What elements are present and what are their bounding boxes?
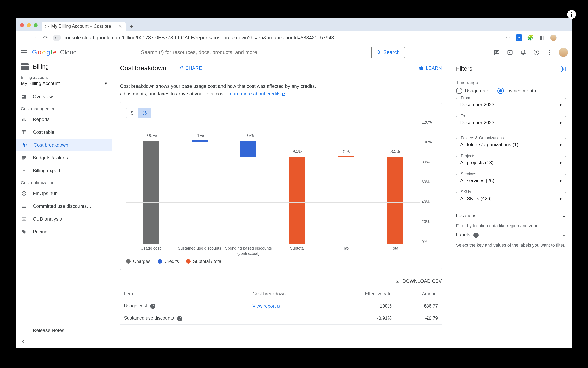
sidebar-item-cost-breakdown[interactable]: Cost breakdown bbox=[16, 138, 112, 151]
bookmark-icon[interactable]: ☆ bbox=[504, 34, 512, 42]
chart-bar[interactable] bbox=[387, 157, 403, 244]
locations-expander[interactable]: Locations ⌄ bbox=[456, 210, 566, 221]
billing-account-selector[interactable]: My Billing Account ▾ bbox=[21, 80, 107, 87]
sidebar-item-overview[interactable]: Overview bbox=[16, 90, 112, 103]
learn-button[interactable]: LEARN bbox=[419, 65, 442, 71]
tag-icon bbox=[21, 229, 27, 235]
profile-icon[interactable] bbox=[550, 34, 557, 42]
table-header[interactable]: Item bbox=[120, 288, 248, 300]
export-icon bbox=[21, 167, 27, 174]
navigation-menu-button[interactable] bbox=[20, 48, 28, 56]
chat-icon[interactable] bbox=[493, 48, 501, 56]
tab-overflow-icon[interactable]: ⌄ bbox=[560, 22, 570, 31]
y-tick-label: 60% bbox=[422, 180, 436, 184]
chart-bar[interactable] bbox=[143, 141, 159, 244]
search-button[interactable]: Search bbox=[371, 47, 404, 58]
new-tab-button[interactable]: ＋ bbox=[127, 22, 136, 31]
download-csv-button[interactable]: DOWNLOAD CSV bbox=[395, 278, 442, 284]
sidebar-item-pricing[interactable]: Pricing bbox=[16, 225, 112, 238]
help-icon[interactable] bbox=[533, 48, 540, 56]
user-avatar[interactable] bbox=[559, 48, 568, 57]
radio-invoice-month[interactable]: Invoice month bbox=[497, 88, 536, 94]
learn-more-link[interactable]: Learn more about credits bbox=[227, 91, 285, 96]
sidebar-item-budgets[interactable]: Budgets & alerts bbox=[16, 151, 112, 164]
url-text[interactable]: console.cloud.google.com/billing/001787-… bbox=[64, 35, 334, 41]
legend-item[interactable]: Subtotal / total bbox=[186, 259, 222, 264]
chart-bar[interactable] bbox=[289, 157, 305, 244]
dropdown-icon: ▾ bbox=[559, 120, 562, 125]
collapse-sidebar-button[interactable] bbox=[16, 337, 112, 346]
browser-tab[interactable]: ◌ My Billing Account – Cost bre ✕ bbox=[42, 22, 126, 31]
notifications-icon[interactable] bbox=[519, 48, 527, 56]
search-button-label: Search bbox=[383, 49, 400, 55]
back-button[interactable]: ← bbox=[19, 34, 27, 42]
sidebar-item-committed-use[interactable]: Committed use discounts… bbox=[16, 200, 112, 213]
help-icon[interactable]: ? bbox=[177, 316, 182, 321]
window-controls[interactable] bbox=[18, 23, 40, 31]
amount-cell: -€0.79 bbox=[395, 312, 442, 325]
svg-rect-17 bbox=[26, 144, 26, 146]
legend-item[interactable]: Credits bbox=[158, 259, 179, 264]
unit-toggle[interactable]: $ % bbox=[126, 108, 151, 118]
legend-label: Charges bbox=[133, 259, 150, 264]
sidebar-item-finops[interactable]: FinOps hub bbox=[16, 187, 112, 200]
to-selector[interactable]: December 2023 ▾ bbox=[456, 116, 566, 129]
collapse-filters-button[interactable]: ❯| bbox=[560, 66, 566, 72]
toggle-dollar[interactable]: $ bbox=[126, 108, 138, 118]
translate-icon[interactable]: 文 bbox=[516, 34, 522, 41]
bar-value-label: -16% bbox=[243, 133, 254, 138]
side-panel-icon[interactable]: ◧ bbox=[538, 34, 546, 42]
toggle-percent[interactable]: % bbox=[138, 108, 151, 118]
sidebar-label: Cost breakdown bbox=[34, 142, 68, 148]
browser-menu-icon[interactable]: ⋮ bbox=[561, 34, 569, 42]
search-input[interactable] bbox=[137, 49, 372, 55]
list-icon bbox=[21, 203, 27, 209]
table-header[interactable]: Amount bbox=[395, 288, 442, 300]
close-window-icon[interactable] bbox=[20, 23, 24, 27]
legend-item[interactable]: Charges bbox=[126, 259, 150, 264]
sidebar-item-billing-export[interactable]: Billing export bbox=[16, 164, 112, 177]
help-icon[interactable]: ? bbox=[473, 233, 478, 238]
sidebar-item-reports[interactable]: Reports bbox=[16, 113, 112, 126]
dropdown-icon: ▾ bbox=[559, 196, 562, 201]
radio-usage-date[interactable]: Usage date bbox=[456, 88, 489, 94]
maximize-window-icon[interactable] bbox=[34, 23, 37, 27]
svg-rect-19 bbox=[22, 158, 25, 159]
bar-value-label: 84% bbox=[390, 149, 400, 155]
more-menu-icon[interactable]: ⋮ bbox=[546, 48, 554, 56]
legend-swatch-icon bbox=[126, 259, 131, 264]
breakdown-cell bbox=[248, 312, 328, 325]
sidebar-label: CUD analysis bbox=[33, 216, 62, 222]
site-info-icon[interactable]: ⊶ bbox=[53, 35, 61, 41]
view-report-link[interactable]: View report bbox=[252, 304, 280, 309]
sidebar-label: Release Notes bbox=[33, 328, 64, 333]
from-selector[interactable]: December 2023 ▾ bbox=[456, 98, 566, 111]
sidebar-item-cost-table[interactable]: Cost table bbox=[16, 126, 112, 138]
skus-label: SKUs bbox=[459, 190, 473, 194]
table-header[interactable]: Cost breakdown bbox=[248, 288, 328, 300]
close-tab-icon[interactable]: ✕ bbox=[118, 23, 122, 29]
cloud-shell-icon[interactable] bbox=[506, 48, 514, 56]
sidebar-item-release-notes[interactable]: Release Notes bbox=[16, 324, 112, 337]
sidebar: Billing Billing account My Billing Accou… bbox=[16, 60, 112, 348]
svg-rect-18 bbox=[22, 156, 26, 157]
forward-button[interactable]: → bbox=[30, 34, 38, 42]
table-header[interactable]: Effective rate bbox=[328, 288, 396, 300]
sidebar-label: Cost table bbox=[33, 129, 55, 135]
reload-button[interactable]: ⟳ bbox=[42, 34, 49, 42]
folders-value: All folders/organizations (1) bbox=[460, 142, 518, 147]
sidebar-label: Budgets & alerts bbox=[33, 155, 68, 161]
gcp-logo[interactable]: Google Cloud bbox=[32, 49, 77, 56]
sidebar-label: Pricing bbox=[33, 229, 47, 235]
search-bar[interactable]: Search bbox=[137, 47, 405, 58]
minimize-window-icon[interactable] bbox=[27, 23, 31, 27]
share-button[interactable]: SHARE bbox=[178, 65, 202, 71]
extensions-icon[interactable]: 🧩 bbox=[526, 34, 534, 42]
help-icon[interactable]: ? bbox=[150, 304, 156, 309]
svg-rect-9 bbox=[24, 118, 24, 121]
sidebar-item-cud-analysis[interactable]: % CUD analysis bbox=[16, 213, 112, 225]
svg-rect-4 bbox=[22, 95, 24, 96]
bar-chart-icon bbox=[21, 116, 27, 123]
chart-bar[interactable] bbox=[240, 141, 257, 157]
labels-expander[interactable]: Labels ? ⌄ bbox=[456, 229, 566, 241]
